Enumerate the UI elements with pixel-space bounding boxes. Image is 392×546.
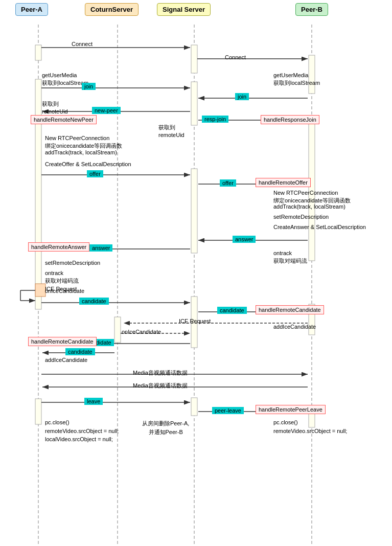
svg-rect-6 [35,79,41,309]
label-answer-b: answer [233,236,256,243]
svg-rect-9 [191,82,197,125]
label-peer-leave: peer-leave [212,407,244,414]
handler-remote-peer-leave: handleRemotePeerLeave [256,405,326,414]
label-offer-b: offer [220,179,236,187]
note-addtrack-a: addTrack(track, localStream) [45,149,117,155]
note-media-2: Media音视频通话数据 [133,382,188,390]
note-usermedia-b: getUserMedia获取到localStream [273,72,320,87]
note-connect-2: Connect [225,54,246,60]
note-onice-a: onIceCandidate [45,288,84,294]
note-close-a: pc.close()remoteVideo.srcObject = null;l… [45,418,119,444]
note-create-answer: CreateAnswer & SetLocalDescription [273,224,366,230]
note-remote-uid-a: 获取到remoteUid [42,100,68,116]
svg-rect-12 [191,398,197,416]
sequence-diagram: Peer-A CoturnServer Signal Server Peer-B… [0,0,392,546]
svg-rect-7 [35,399,41,424]
note-close-b: pc.close()remoteVideo.srcObject = null; [273,418,347,435]
note-new-rtc-b: New RTCPeerConnection绑定onicecandidate等回调… [273,189,351,205]
participant-peer-b: Peer-B [295,3,328,16]
note-addice-b: addIceCandidate [273,324,316,330]
svg-rect-28 [35,284,45,297]
label-candidate-1: candidate [79,298,109,305]
note-connect-1: Connect [72,41,93,47]
label-join-a: join [82,83,96,90]
label-resp-join: resp-join [202,116,228,123]
note-ice-req: ICE Request [179,318,211,324]
svg-rect-8 [191,45,197,73]
label-join-b: join [235,93,249,100]
note-media-1: Media音视频通话数据 [133,369,188,377]
participant-peer-a: Peer-A [15,3,48,16]
note-onice-coturn: onIceCandidate [122,329,161,335]
note-remote-uid-signal: 获取到remoteUid [158,124,185,140]
note-addice-a: addIceCandidate [45,357,87,363]
handler-remote-candidate-b: handleRemoteCandidate [256,305,324,314]
label-candidate-2: candidate [217,307,247,314]
svg-rect-10 [191,169,197,253]
participant-coturn: CoturnServer [85,3,139,16]
note-signal-remove: 从房间删除Peer-A,并通知Peer-B [142,419,189,436]
label-new-peer: new-peer [92,107,121,114]
note-create-offer: CreateOffer & SetLocalDescription [45,161,131,167]
handler-response-join: handleResponseJoin [261,115,319,124]
handler-remote-offer: handleRemoteOffer [256,178,311,187]
note-ontrack-b: ontrack获取对端码流 [273,249,307,265]
handler-remote-candidate-a: handleRemoteCandidate [28,337,97,346]
participant-signal: Signal Server [157,3,211,16]
note-new-rtc-a: New RTCPeerConnection绑定onicecandidate等回调… [45,134,122,150]
svg-rect-17 [114,317,121,343]
svg-rect-5 [35,45,41,60]
label-candidate-coturn: candidate [65,348,95,355]
note-setremote-a: setRemoteDescription [45,260,100,266]
handler-remote-answer: handleRemoteAnswer [28,242,89,252]
note-addtrack-b: addTrack(track, localStream) [273,203,345,210]
label-leave: leave [84,398,103,405]
label-offer-a: offer [87,170,103,177]
note-setremote-b: setRemoteDescription [273,214,329,220]
label-answer-a: answer [89,244,112,252]
handler-remote-new-peer: handleRemoteNewPeer [31,115,97,124]
